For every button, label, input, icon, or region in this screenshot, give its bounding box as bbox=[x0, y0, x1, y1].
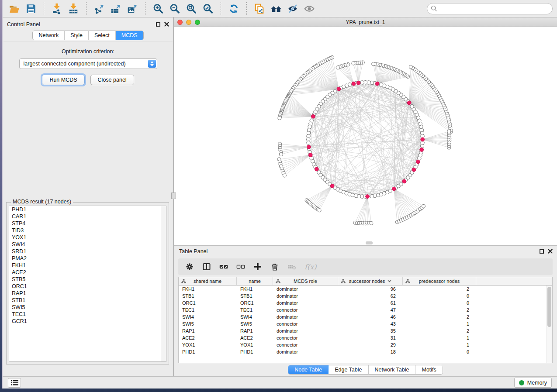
splitter-grip[interactable] bbox=[171, 193, 176, 199]
table-cell[interactable]: PHD1 bbox=[179, 348, 237, 355]
refresh-view-icon[interactable] bbox=[226, 2, 241, 16]
table-row[interactable]: ORC1ORC1dominator610 bbox=[179, 299, 552, 306]
tab-mcds[interactable]: MCDS bbox=[116, 31, 143, 40]
table-cell[interactable]: connector bbox=[273, 306, 338, 313]
table-row[interactable]: TEC1TEC1connector472 bbox=[179, 306, 552, 313]
mcds-result-item[interactable]: STB1 bbox=[9, 297, 166, 304]
import-table-icon[interactable] bbox=[66, 2, 81, 16]
table-cell[interactable]: 2 bbox=[403, 327, 476, 334]
table-cell[interactable]: PHD1 bbox=[237, 348, 273, 355]
mcds-result-item[interactable]: TEC1 bbox=[9, 311, 166, 318]
table-row[interactable]: SWI5SWI5connector431 bbox=[179, 320, 552, 327]
column-header-successor-nodes[interactable]: successor nodes bbox=[338, 277, 403, 285]
column-header-name[interactable]: name bbox=[237, 277, 273, 285]
zoom-fit-icon[interactable] bbox=[184, 2, 199, 16]
table-cell[interactable]: 18 bbox=[338, 348, 403, 355]
float-panel-icon[interactable] bbox=[156, 22, 160, 27]
mcds-result-item[interactable]: GCR1 bbox=[9, 318, 166, 325]
mcds-result-item[interactable]: SWI4 bbox=[9, 241, 166, 248]
mcds-list-scrollbar[interactable] bbox=[161, 206, 166, 361]
table-cell[interactable]: 46 bbox=[338, 313, 403, 320]
table-cell[interactable]: ACE2 bbox=[179, 334, 237, 341]
mcds-result-item[interactable]: PMA2 bbox=[9, 255, 166, 262]
table-cell[interactable]: SWI5 bbox=[237, 320, 273, 327]
table-vscroll-thumb[interactable] bbox=[547, 287, 551, 327]
table-cell[interactable]: SWI4 bbox=[179, 313, 237, 320]
double-home-icon[interactable] bbox=[269, 2, 284, 16]
table-cell[interactable]: ORC1 bbox=[179, 299, 237, 306]
close-table-panel-icon[interactable] bbox=[548, 248, 553, 255]
table-cell[interactable]: 2 bbox=[403, 313, 476, 320]
tab-edge-table[interactable]: Edge Table bbox=[329, 365, 368, 374]
mcds-result-item[interactable]: PHD1 bbox=[9, 206, 166, 213]
export-image-icon[interactable] bbox=[125, 2, 140, 16]
mcds-result-item[interactable]: RAP1 bbox=[9, 290, 166, 297]
mcds-result-item[interactable]: SRD1 bbox=[9, 248, 166, 255]
table-cell[interactable]: dominator bbox=[273, 285, 338, 292]
table-cell[interactable]: 0 bbox=[403, 299, 476, 306]
table-cell[interactable]: ACE2 bbox=[237, 334, 273, 341]
table-row[interactable]: ACE2ACE2connector311 bbox=[179, 334, 552, 341]
table-cell[interactable]: connector bbox=[273, 320, 338, 327]
deselect-all-icon[interactable] bbox=[236, 262, 245, 271]
mcds-result-item[interactable]: STB5 bbox=[9, 276, 166, 283]
tab-style[interactable]: Style bbox=[65, 31, 89, 40]
table-cell[interactable]: 1 bbox=[403, 320, 476, 327]
open-file-icon[interactable] bbox=[7, 2, 22, 16]
delete-column-icon[interactable] bbox=[270, 262, 279, 271]
table-cell[interactable]: YOX1 bbox=[179, 341, 237, 348]
table-row[interactable]: PHD1PHD1dominator180 bbox=[179, 348, 552, 355]
column-header-shared-name[interactable]: shared name bbox=[179, 277, 237, 285]
mcds-result-list[interactable]: PHD1CAR1STP4TID3YOX1SWI4SRD1PMA2FKH1ACE2… bbox=[9, 206, 166, 362]
columns-icon[interactable] bbox=[202, 262, 211, 271]
table-cell[interactable]: dominator bbox=[273, 348, 338, 355]
table-cell[interactable]: dominator bbox=[273, 299, 338, 306]
table-cell[interactable]: TEC1 bbox=[237, 306, 273, 313]
table-cell[interactable]: 43 bbox=[338, 320, 403, 327]
table-cell[interactable]: STB1 bbox=[237, 292, 273, 299]
tab-network[interactable]: Network bbox=[33, 31, 65, 40]
mcds-result-item[interactable]: STP4 bbox=[9, 220, 166, 227]
hide-details-icon[interactable] bbox=[285, 2, 300, 16]
zoom-in-icon[interactable] bbox=[151, 2, 166, 16]
export-network-icon[interactable] bbox=[92, 2, 107, 16]
tab-select[interactable]: Select bbox=[89, 31, 116, 40]
optimization-criterion-select[interactable]: largest connected component (undirected) bbox=[19, 58, 157, 69]
zoom-selected-icon[interactable] bbox=[201, 2, 215, 16]
table-row[interactable]: YOX1YOX1connector291 bbox=[179, 341, 552, 348]
delete-table-icon[interactable] bbox=[287, 262, 296, 271]
table-cell[interactable]: SWI5 bbox=[179, 320, 237, 327]
table-cell[interactable]: 35 bbox=[338, 327, 403, 334]
mcds-result-item[interactable]: ACE2 bbox=[9, 269, 166, 276]
gear-icon[interactable] bbox=[185, 262, 194, 271]
table-cell[interactable]: connector bbox=[273, 341, 338, 348]
mcds-result-item[interactable]: TID3 bbox=[9, 227, 166, 234]
network-graph[interactable] bbox=[174, 27, 557, 245]
memory-button[interactable]: Memory bbox=[514, 378, 552, 388]
save-session-icon[interactable] bbox=[24, 2, 38, 16]
table-cell[interactable]: 2 bbox=[403, 285, 476, 292]
table-cell[interactable]: 96 bbox=[338, 285, 403, 292]
function-builder-icon[interactable]: f(x) bbox=[304, 263, 316, 271]
network-hscroll-thumb[interactable] bbox=[366, 241, 373, 244]
table-cell[interactable]: TEC1 bbox=[179, 306, 237, 313]
tab-motifs[interactable]: Motifs bbox=[415, 365, 442, 374]
mcds-result-item[interactable]: SWI5 bbox=[9, 304, 166, 311]
table-cell[interactable]: SWI4 bbox=[237, 313, 273, 320]
network-canvas[interactable] bbox=[174, 27, 557, 245]
table-row[interactable]: FKH1FKH1dominator962 bbox=[179, 285, 552, 292]
table-cell[interactable]: 1 bbox=[403, 334, 476, 341]
table-cell[interactable]: FKH1 bbox=[179, 285, 237, 292]
table-cell[interactable]: dominator bbox=[273, 313, 338, 320]
import-network-icon[interactable] bbox=[49, 2, 64, 16]
table-row[interactable]: RAP1RAP1dominator352 bbox=[179, 327, 552, 334]
table-cell[interactable]: YOX1 bbox=[237, 341, 273, 348]
table-row[interactable]: SWI4SWI4dominator462 bbox=[179, 313, 552, 320]
mcds-result-item[interactable]: CAR1 bbox=[9, 213, 166, 220]
float-table-panel-icon[interactable] bbox=[540, 249, 544, 254]
run-mcds-button[interactable]: Run MCDS bbox=[42, 75, 84, 85]
tab-node-table[interactable]: Node Table bbox=[288, 365, 329, 374]
close-panel-icon[interactable] bbox=[164, 21, 169, 28]
table-cell[interactable]: STB1 bbox=[179, 292, 237, 299]
table-cell[interactable]: 1 bbox=[403, 341, 476, 348]
